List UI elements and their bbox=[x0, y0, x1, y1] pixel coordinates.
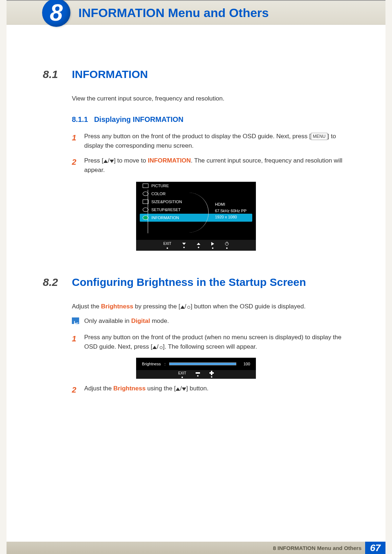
section-description: Adjust the Brightness by pressing the [/… bbox=[72, 303, 349, 310]
dot-icon bbox=[226, 247, 228, 249]
section-heading-8-1: 8.1 INFORMATION bbox=[43, 68, 349, 81]
subsection-title: Displaying INFORMATION bbox=[94, 115, 183, 123]
section-heading-8-2: 8.2 Configuring Brightness in the Startu… bbox=[43, 276, 349, 288]
section-description: View the current input source, frequency… bbox=[72, 95, 349, 102]
osd-exit-label: EXIT bbox=[178, 371, 186, 375]
note-icon bbox=[72, 317, 79, 324]
text: Adjust the bbox=[72, 303, 101, 310]
osd-info-panel: HDMI 67.5kHz 60Hz PP 1920 x 1080 bbox=[215, 201, 246, 221]
step-text: using the [ bbox=[146, 385, 176, 392]
chapter-number-badge: 8 bbox=[42, 0, 70, 27]
note-text: Only available in Digital mode. bbox=[84, 317, 169, 325]
osd-menu-label: COLOR bbox=[151, 192, 166, 196]
step-body: Press any button on the front of the pro… bbox=[84, 333, 349, 351]
step-text: ] button. bbox=[186, 385, 208, 392]
step-text: ] to move to bbox=[114, 157, 148, 164]
plus-icon bbox=[209, 371, 214, 375]
osd-menu-label: INFORMATION bbox=[151, 216, 179, 220]
dot-icon bbox=[212, 247, 213, 249]
step-1: 1 Press any button on the front of the p… bbox=[72, 333, 349, 351]
dot-icon bbox=[198, 247, 199, 248]
text: by pressing the [ bbox=[133, 303, 180, 310]
step-1: 1 Press any button on the front of the p… bbox=[72, 132, 349, 150]
osd-brightness-row: Brightness : 100 bbox=[136, 358, 256, 370]
picture-icon bbox=[143, 184, 148, 188]
osd-info-source: HDMI bbox=[215, 201, 246, 208]
osd-menu-picture: PICTURE bbox=[136, 182, 256, 190]
power-icon bbox=[225, 242, 229, 246]
highlight: INFORMATION bbox=[148, 157, 191, 164]
step-text: Press any button on the front of the pro… bbox=[84, 133, 311, 140]
down-arrow-icon bbox=[110, 160, 114, 163]
dot-icon bbox=[183, 247, 185, 248]
step-2: 2 Press [/] to move to INFORMATION. The … bbox=[72, 156, 349, 175]
menu-tree-line bbox=[148, 190, 148, 233]
highlight: Brightness bbox=[113, 385, 146, 392]
osd-brightness-screenshot: Brightness : 100 EXIT bbox=[136, 358, 256, 379]
chapter-header: 8 INFORMATION Menu and Others bbox=[7, 0, 385, 25]
down-arrow-icon bbox=[182, 243, 186, 245]
section-number: 8.2 bbox=[43, 276, 72, 288]
osd-menu-label: PICTURE bbox=[151, 184, 169, 188]
brightness-slider-fill bbox=[170, 363, 236, 365]
osd-footer-bar: EXIT bbox=[136, 240, 256, 251]
highlight: Digital bbox=[131, 317, 150, 324]
osd-menu-label: SETUP&RESET bbox=[151, 208, 181, 212]
dot-icon bbox=[181, 377, 183, 378]
section-title: Configuring Brightness in the Startup Sc… bbox=[72, 276, 306, 288]
enter-arrow-icon bbox=[211, 242, 214, 246]
osd-footer-bar: EXIT bbox=[136, 370, 256, 379]
step-list-8-1-1: 1 Press any button on the front of the p… bbox=[72, 132, 349, 175]
up-arrow-icon bbox=[152, 346, 157, 349]
step-body: Press [/] to move to INFORMATION. The cu… bbox=[84, 156, 349, 175]
minus-icon bbox=[196, 372, 200, 374]
page-number: 67 bbox=[365, 542, 385, 554]
step-number: 2 bbox=[72, 384, 84, 396]
step-body: Press any button on the front of the pro… bbox=[84, 132, 349, 150]
page-content: 8.1 INFORMATION View the current input s… bbox=[7, 68, 385, 396]
section-title: INFORMATION bbox=[72, 68, 148, 81]
section-number: 8.1 bbox=[43, 68, 72, 81]
text: Only available in bbox=[84, 317, 131, 324]
osd-information-screenshot: PICTURE COLOR SIZE&POSITION SETUP&RESET … bbox=[136, 182, 256, 251]
step-number: 2 bbox=[72, 156, 84, 175]
step-number: 1 bbox=[72, 132, 84, 150]
footer-chapter-label: 8 INFORMATION Menu and Others bbox=[273, 545, 362, 551]
down-arrow-icon bbox=[182, 387, 186, 391]
page-footer: 8 INFORMATION Menu and Others 67 bbox=[7, 542, 385, 554]
brightness-sun-icon bbox=[186, 305, 191, 309]
menu-key-label: MENU bbox=[311, 133, 327, 140]
subsection-heading-8-1-1: 8.1.1 Displaying INFORMATION bbox=[72, 115, 349, 124]
chapter-title: INFORMATION Menu and Others bbox=[78, 6, 269, 20]
dot-icon bbox=[167, 247, 168, 249]
step-2: 2 Adjust the Brightness using the [/] bu… bbox=[72, 384, 349, 396]
step-text: ]. The following screen will appear. bbox=[163, 343, 257, 350]
osd-menu-label: SIZE&POSITION bbox=[151, 200, 182, 204]
step-text: Press [ bbox=[84, 157, 103, 164]
step-list-8-2: 1 Press any button on the front of the p… bbox=[72, 333, 349, 351]
up-arrow-icon bbox=[103, 160, 108, 163]
subsection-number: 8.1.1 bbox=[72, 115, 88, 123]
brightness-slider-track bbox=[169, 362, 236, 365]
osd-brightness-label: Brightness bbox=[142, 362, 161, 366]
brightness-sun-icon bbox=[159, 345, 163, 349]
osd-info-frequency: 67.5kHz 60Hz PP bbox=[215, 208, 246, 214]
note-block: Only available in Digital mode. bbox=[72, 317, 349, 325]
text: mode. bbox=[150, 317, 169, 324]
up-arrow-icon bbox=[180, 305, 185, 309]
up-arrow-icon bbox=[176, 387, 180, 391]
manual-page: 8 INFORMATION Menu and Others 8.1 INFORM… bbox=[7, 0, 385, 554]
osd-info-resolution: 1920 x 1080 bbox=[215, 214, 246, 221]
step-body: Adjust the Brightness using the [/] butt… bbox=[84, 384, 349, 396]
text: ] button when the OSD guide is displayed… bbox=[191, 303, 306, 310]
highlight: Brightness bbox=[101, 303, 133, 310]
dot-icon bbox=[211, 376, 212, 378]
step-list-8-2-cont: 2 Adjust the Brightness using the [/] bu… bbox=[72, 384, 349, 396]
dot-icon bbox=[197, 375, 199, 377]
step-number: 1 bbox=[72, 333, 84, 351]
colon: : bbox=[164, 362, 166, 366]
brightness-value: 100 bbox=[240, 362, 250, 366]
osd-exit-label: EXIT bbox=[163, 242, 171, 246]
step-text: Adjust the bbox=[84, 385, 113, 392]
up-arrow-icon bbox=[197, 243, 200, 245]
